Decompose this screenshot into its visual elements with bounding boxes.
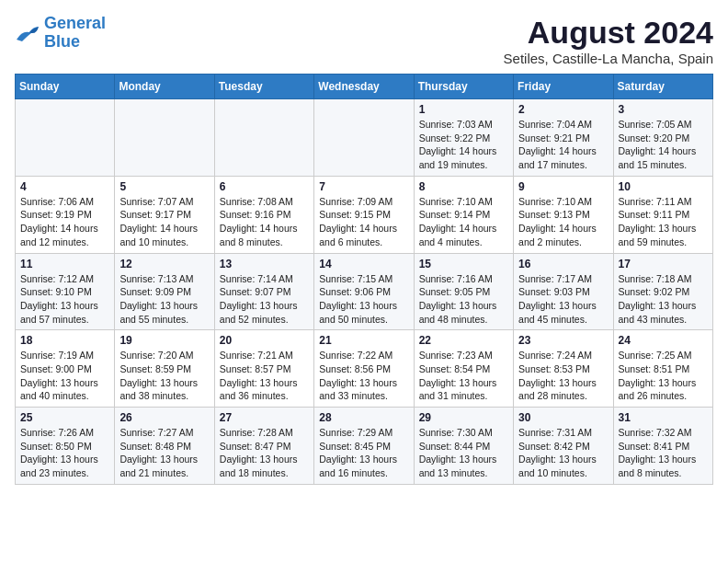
calendar-cell: 22Sunrise: 7:23 AMSunset: 8:54 PMDayligh…: [414, 330, 513, 408]
calendar-cell: 18Sunrise: 7:19 AMSunset: 9:00 PMDayligh…: [16, 330, 115, 408]
calendar-week-2: 4Sunrise: 7:06 AMSunset: 9:19 PMDaylight…: [16, 176, 713, 253]
calendar-header-friday: Friday: [514, 75, 613, 99]
calendar-cell: 17Sunrise: 7:18 AMSunset: 9:02 PMDayligh…: [613, 253, 712, 330]
day-number: 31: [619, 411, 708, 424]
day-number: 30: [518, 411, 608, 424]
day-info: Sunrise: 7:10 AMSunset: 9:13 PMDaylight:…: [518, 195, 608, 249]
day-number: 27: [220, 411, 309, 424]
day-info: Sunrise: 7:19 AMSunset: 9:00 PMDaylight:…: [20, 349, 109, 403]
day-number: 23: [518, 334, 608, 347]
day-number: 26: [119, 411, 209, 424]
day-info: Sunrise: 7:23 AMSunset: 8:54 PMDaylight:…: [419, 349, 508, 403]
calendar-cell: 11Sunrise: 7:12 AMSunset: 9:10 PMDayligh…: [16, 253, 115, 330]
calendar-header-row: SundayMondayTuesdayWednesdayThursdayFrid…: [16, 75, 713, 99]
location-title: Setiles, Castille-La Mancha, Spain: [504, 51, 713, 66]
day-info: Sunrise: 7:28 AMSunset: 8:47 PMDaylight:…: [220, 426, 309, 480]
day-number: 9: [518, 180, 608, 193]
day-info: Sunrise: 7:30 AMSunset: 8:44 PMDaylight:…: [419, 426, 508, 480]
calendar-cell: 12Sunrise: 7:13 AMSunset: 9:09 PMDayligh…: [115, 253, 214, 330]
logo-icon: [15, 23, 40, 43]
calendar-cell: [314, 99, 414, 177]
day-number: 20: [220, 334, 309, 347]
calendar-header-thursday: Thursday: [414, 75, 513, 99]
calendar-cell: 15Sunrise: 7:16 AMSunset: 9:05 PMDayligh…: [414, 253, 513, 330]
day-info: Sunrise: 7:27 AMSunset: 8:48 PMDaylight:…: [119, 426, 209, 480]
day-number: 7: [319, 180, 408, 193]
day-info: Sunrise: 7:31 AMSunset: 8:42 PMDaylight:…: [518, 426, 608, 480]
day-number: 4: [20, 180, 109, 193]
calendar-header-wednesday: Wednesday: [314, 75, 414, 99]
day-info: Sunrise: 7:07 AMSunset: 9:17 PMDaylight:…: [119, 195, 209, 249]
day-number: 15: [419, 258, 508, 270]
calendar-cell: 20Sunrise: 7:21 AMSunset: 8:57 PMDayligh…: [214, 330, 313, 408]
day-info: Sunrise: 7:09 AMSunset: 9:15 PMDaylight:…: [319, 195, 408, 249]
calendar-cell: 2Sunrise: 7:04 AMSunset: 9:21 PMDaylight…: [514, 99, 613, 177]
calendar-header-sunday: Sunday: [16, 75, 115, 99]
calendar-header-monday: Monday: [115, 75, 214, 99]
calendar-cell: 3Sunrise: 7:05 AMSunset: 9:20 PMDaylight…: [613, 99, 712, 177]
day-number: 22: [419, 334, 508, 347]
calendar-week-1: 1Sunrise: 7:03 AMSunset: 9:22 PMDaylight…: [16, 99, 713, 177]
calendar-cell: 5Sunrise: 7:07 AMSunset: 9:17 PMDaylight…: [115, 176, 214, 253]
calendar-cell: 28Sunrise: 7:29 AMSunset: 8:45 PMDayligh…: [314, 408, 414, 485]
day-info: Sunrise: 7:18 AMSunset: 9:02 PMDaylight:…: [619, 272, 708, 327]
page-header: General Blue August 2024 Setiles, Castil…: [15, 15, 713, 66]
day-info: Sunrise: 7:14 AMSunset: 9:07 PMDaylight:…: [220, 272, 309, 327]
day-number: 24: [619, 334, 708, 347]
day-info: Sunrise: 7:21 AMSunset: 8:57 PMDaylight:…: [220, 349, 309, 403]
calendar-week-3: 11Sunrise: 7:12 AMSunset: 9:10 PMDayligh…: [16, 253, 713, 330]
logo: General Blue: [15, 15, 106, 52]
calendar-cell: 21Sunrise: 7:22 AMSunset: 8:56 PMDayligh…: [314, 330, 414, 408]
day-number: 18: [20, 334, 109, 347]
day-number: 28: [319, 411, 408, 424]
calendar-cell: 27Sunrise: 7:28 AMSunset: 8:47 PMDayligh…: [214, 408, 313, 485]
month-title: August 2024: [504, 15, 713, 51]
day-info: Sunrise: 7:13 AMSunset: 9:09 PMDaylight:…: [119, 272, 209, 327]
day-info: Sunrise: 7:22 AMSunset: 8:56 PMDaylight:…: [319, 349, 408, 403]
day-info: Sunrise: 7:04 AMSunset: 9:21 PMDaylight:…: [518, 118, 608, 172]
day-info: Sunrise: 7:11 AMSunset: 9:11 PMDaylight:…: [619, 195, 708, 249]
day-number: 17: [619, 258, 708, 270]
day-info: Sunrise: 7:08 AMSunset: 9:16 PMDaylight:…: [220, 195, 309, 249]
day-number: 13: [220, 258, 309, 270]
calendar-cell: 31Sunrise: 7:32 AMSunset: 8:41 PMDayligh…: [613, 408, 712, 485]
calendar-cell: 1Sunrise: 7:03 AMSunset: 9:22 PMDaylight…: [414, 99, 513, 177]
calendar-cell: 19Sunrise: 7:20 AMSunset: 8:59 PMDayligh…: [115, 330, 214, 408]
calendar-cell: 23Sunrise: 7:24 AMSunset: 8:53 PMDayligh…: [514, 330, 613, 408]
calendar-cell: [115, 99, 214, 177]
calendar-cell: 13Sunrise: 7:14 AMSunset: 9:07 PMDayligh…: [214, 253, 313, 330]
day-info: Sunrise: 7:12 AMSunset: 9:10 PMDaylight:…: [20, 272, 109, 327]
calendar-cell: 16Sunrise: 7:17 AMSunset: 9:03 PMDayligh…: [514, 253, 613, 330]
day-number: 2: [518, 103, 608, 116]
logo-text: General Blue: [44, 15, 106, 52]
day-info: Sunrise: 7:03 AMSunset: 9:22 PMDaylight:…: [419, 118, 508, 172]
calendar-week-5: 25Sunrise: 7:26 AMSunset: 8:50 PMDayligh…: [16, 408, 713, 485]
day-info: Sunrise: 7:10 AMSunset: 9:14 PMDaylight:…: [419, 195, 508, 249]
calendar-cell: 26Sunrise: 7:27 AMSunset: 8:48 PMDayligh…: [115, 408, 214, 485]
calendar-cell: 10Sunrise: 7:11 AMSunset: 9:11 PMDayligh…: [613, 176, 712, 253]
day-info: Sunrise: 7:29 AMSunset: 8:45 PMDaylight:…: [319, 426, 408, 480]
day-info: Sunrise: 7:24 AMSunset: 8:53 PMDaylight:…: [518, 349, 608, 403]
day-number: 16: [518, 258, 608, 270]
day-info: Sunrise: 7:17 AMSunset: 9:03 PMDaylight:…: [518, 272, 608, 327]
calendar-cell: 8Sunrise: 7:10 AMSunset: 9:14 PMDaylight…: [414, 176, 513, 253]
day-info: Sunrise: 7:32 AMSunset: 8:41 PMDaylight:…: [619, 426, 708, 480]
calendar-cell: [16, 99, 115, 177]
day-info: Sunrise: 7:06 AMSunset: 9:19 PMDaylight:…: [20, 195, 109, 249]
day-number: 29: [419, 411, 508, 424]
calendar-cell: 30Sunrise: 7:31 AMSunset: 8:42 PMDayligh…: [514, 408, 613, 485]
day-info: Sunrise: 7:16 AMSunset: 9:05 PMDaylight:…: [419, 272, 508, 327]
calendar-cell: 9Sunrise: 7:10 AMSunset: 9:13 PMDaylight…: [514, 176, 613, 253]
day-info: Sunrise: 7:15 AMSunset: 9:06 PMDaylight:…: [319, 272, 408, 327]
day-number: 3: [619, 103, 708, 116]
day-number: 12: [119, 258, 209, 270]
day-number: 5: [119, 180, 209, 193]
day-number: 1: [419, 103, 508, 116]
calendar-cell: 24Sunrise: 7:25 AMSunset: 8:51 PMDayligh…: [613, 330, 712, 408]
calendar-week-4: 18Sunrise: 7:19 AMSunset: 9:00 PMDayligh…: [16, 330, 713, 408]
day-number: 10: [619, 180, 708, 193]
day-number: 8: [419, 180, 508, 193]
calendar-cell: 4Sunrise: 7:06 AMSunset: 9:19 PMDaylight…: [16, 176, 115, 253]
day-number: 19: [119, 334, 209, 347]
calendar-cell: 14Sunrise: 7:15 AMSunset: 9:06 PMDayligh…: [314, 253, 414, 330]
